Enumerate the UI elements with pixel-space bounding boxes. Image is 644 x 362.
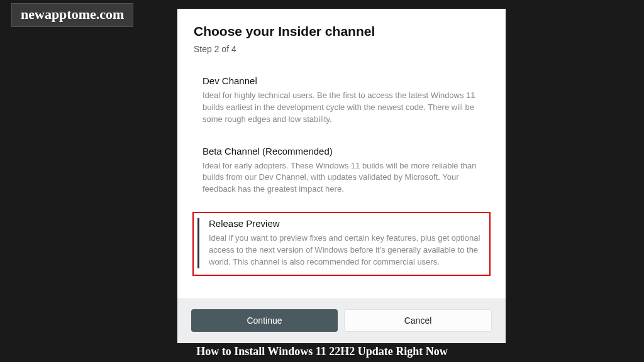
channel-desc: Ideal if you want to preview fixes and c… bbox=[209, 233, 484, 268]
dialog-footer: Continue Cancel bbox=[177, 299, 506, 343]
channel-title: Beta Channel (Recommended) bbox=[203, 146, 484, 156]
dialog-body: Choose your Insider channel Step 2 of 4 … bbox=[177, 9, 506, 299]
continue-button[interactable]: Continue bbox=[191, 309, 338, 332]
watermark-badge: newapptome.com bbox=[11, 3, 133, 27]
channel-desc: Ideal for early adopters. These Windows … bbox=[203, 160, 484, 196]
channel-desc: Ideal for highly technical users. Be the… bbox=[203, 90, 484, 126]
channel-title: Release Preview bbox=[209, 218, 484, 229]
article-caption: How to Install Windows 11 22H2 Update Ri… bbox=[0, 345, 644, 358]
dialog-title: Choose your Insider channel bbox=[194, 24, 489, 39]
channel-beta[interactable]: Beta Channel (Recommended) Ideal for ear… bbox=[194, 142, 489, 200]
channel-dev[interactable]: Dev Channel Ideal for highly technical u… bbox=[194, 72, 489, 129]
step-indicator: Step 2 of 4 bbox=[194, 44, 489, 54]
cancel-button[interactable]: Cancel bbox=[344, 309, 492, 332]
channel-title: Dev Channel bbox=[203, 75, 484, 86]
insider-channel-dialog: Choose your Insider channel Step 2 of 4 … bbox=[177, 9, 506, 343]
channel-release-preview[interactable]: Release Preview Ideal if you want to pre… bbox=[192, 212, 491, 276]
